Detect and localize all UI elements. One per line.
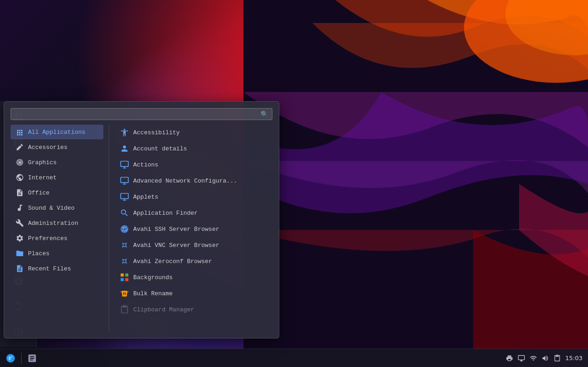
category-sound-video[interactable]: Sound & Video: [11, 201, 103, 215]
internet-icon: [15, 173, 24, 182]
volume-icon[interactable]: [541, 354, 549, 362]
category-preferences[interactable]: Preferences: [11, 231, 103, 246]
avahi-vnc-app-icon: [119, 240, 130, 250]
category-recent-files[interactable]: Recent Files: [11, 261, 103, 276]
app-account-details-label: Account details: [133, 145, 187, 152]
app-clipboard-manager-label: Clipboard Manager: [133, 306, 194, 313]
app-account-details[interactable]: Account details: [115, 141, 272, 156]
svg-rect-26: [125, 278, 129, 281]
svg-line-22: [126, 263, 127, 264]
accessories-icon: [15, 143, 24, 152]
category-office[interactable]: Office: [11, 185, 103, 200]
column-divider: [109, 125, 109, 332]
app-advanced-network-label: Advanced Network Configura...: [133, 178, 237, 184]
backgrounds-app-icon: [119, 272, 130, 282]
desktop-waves: [243, 0, 588, 350]
taskbar-clock: 15:03: [565, 355, 582, 361]
svg-line-14: [122, 243, 124, 244]
svg-line-21: [122, 263, 124, 264]
recent-files-icon: [15, 264, 24, 273]
places-icon: [15, 249, 24, 258]
category-places-label: Places: [28, 250, 50, 257]
account-details-app-icon: [119, 143, 130, 154]
clipboard-manager-app-icon: [119, 304, 130, 315]
office-icon: [15, 188, 24, 197]
apps-column: Accessibility Account details Actio: [111, 125, 272, 332]
category-graphics[interactable]: Graphics: [11, 155, 103, 170]
app-avahi-vnc-label: Avahi VNC Server Browser: [133, 242, 219, 249]
category-preferences-label: Preferences: [28, 235, 68, 242]
display-icon[interactable]: [517, 354, 526, 362]
app-bulk-rename[interactable]: Bulk Rename: [115, 286, 272, 301]
avahi-zero-app-icon: [119, 256, 130, 266]
app-backgrounds[interactable]: Backgrounds: [115, 270, 272, 285]
app-backgrounds-label: Backgrounds: [133, 274, 173, 281]
app-avahi-vnc[interactable]: Avahi VNC Server Browser: [115, 237, 272, 253]
administration-icon: [15, 218, 24, 228]
preferences-icon: [15, 234, 24, 243]
applets-app-icon: [119, 192, 130, 202]
search-icon[interactable]: 🔍: [260, 110, 268, 118]
taskbar: 15:03: [0, 349, 588, 367]
svg-point-13: [123, 244, 126, 247]
search-bar[interactable]: 🔍: [11, 108, 272, 120]
app-accessibility[interactable]: Accessibility: [115, 125, 272, 140]
avahi-ssh-app-icon: [119, 224, 130, 234]
category-recent-files-label: Recent Files: [28, 265, 71, 272]
svg-rect-6: [121, 178, 129, 183]
svg-rect-7: [121, 194, 129, 199]
app-clipboard-manager[interactable]: Clipboard Manager: [115, 302, 272, 317]
app-avahi-ssh[interactable]: Avahi SSH Server Browser: [115, 221, 272, 237]
printer-icon[interactable]: [505, 354, 514, 362]
search-input[interactable]: [15, 111, 258, 118]
taskbar-left: [0, 351, 43, 365]
svg-rect-5: [121, 161, 129, 167]
category-administration[interactable]: Administration: [11, 216, 103, 230]
app-bulk-rename-label: Bulk Rename: [133, 290, 173, 297]
svg-rect-23: [121, 274, 124, 277]
svg-line-20: [126, 259, 127, 260]
category-accessories[interactable]: Accessories: [11, 140, 103, 155]
launcher-panel: 🔍 All Applications Accessories: [4, 101, 279, 338]
app-avahi-zero-label: Avahi Zeroconf Browser: [133, 258, 212, 265]
app-actions[interactable]: Actions: [115, 157, 272, 172]
network-icon[interactable]: [529, 354, 537, 362]
clipboard-tray-icon[interactable]: [553, 354, 561, 362]
app-applets[interactable]: Applets: [115, 189, 272, 205]
taskbar-menu-icon[interactable]: [4, 351, 17, 365]
svg-line-15: [126, 243, 127, 244]
category-all-applications[interactable]: All Applications: [11, 125, 103, 139]
app-accessibility-label: Accessibility: [133, 129, 180, 136]
svg-line-16: [122, 247, 124, 248]
svg-rect-24: [125, 274, 129, 277]
svg-line-17: [126, 247, 127, 248]
svg-point-18: [123, 260, 126, 263]
category-administration-label: Administration: [28, 220, 78, 227]
app-avahi-ssh-label: Avahi SSH Server Browser: [133, 226, 219, 233]
accessibility-app-icon: [119, 127, 130, 138]
taskbar-right: 15:03: [500, 354, 588, 362]
launcher-content: All Applications Accessories Graphi: [11, 125, 272, 332]
advanced-network-app-icon: [119, 176, 130, 186]
category-sound-video-label: Sound & Video: [28, 205, 74, 212]
actions-app-icon: [119, 160, 130, 170]
app-avahi-zero[interactable]: Avahi Zeroconf Browser: [115, 253, 272, 269]
app-application-finder[interactable]: Application Finder: [115, 205, 272, 221]
category-accessories-label: Accessories: [28, 144, 68, 151]
taskbar-files-icon[interactable]: [25, 351, 39, 365]
all-apps-icon: [15, 127, 24, 137]
bulk-rename-app-icon: [119, 288, 130, 298]
taskbar-separator: [21, 353, 22, 364]
svg-rect-25: [121, 278, 124, 281]
category-places[interactable]: Places: [11, 246, 103, 261]
app-actions-label: Actions: [133, 161, 158, 168]
category-office-label: Office: [28, 189, 50, 196]
app-application-finder-label: Application Finder: [133, 210, 198, 217]
app-advanced-network[interactable]: Advanced Network Configura...: [115, 173, 272, 189]
sound-video-icon: [15, 203, 24, 212]
svg-line-19: [122, 259, 124, 260]
category-internet-label: Internet: [28, 174, 57, 181]
category-all-label: All Applications: [28, 129, 85, 136]
graphics-icon: [15, 158, 24, 167]
category-internet[interactable]: Internet: [11, 170, 103, 185]
